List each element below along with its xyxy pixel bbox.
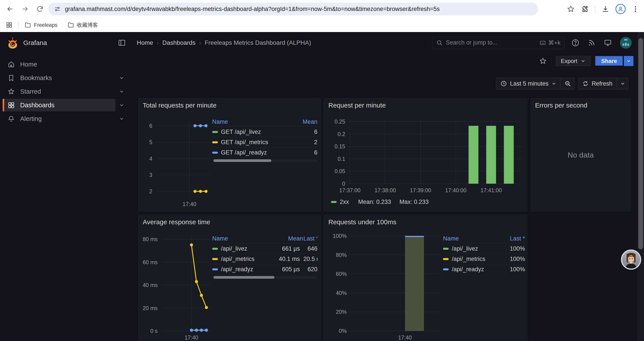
legend-col-mean[interactable]: Mean [284,119,318,125]
series-color-pill [212,258,218,260]
site-settings-icon[interactable] [54,6,61,13]
downloads-button[interactable] [602,5,609,13]
legend-row[interactable]: /api/_metrics 40.1 ms 20.5 ms [212,254,318,264]
browser-profile-button[interactable] [616,4,626,14]
share-menu-button[interactable] [624,56,634,66]
svg-text:2: 2 [149,188,152,194]
request-per-minute-chart[interactable]: 0.250.20.150.10.05017:37:0017:38:0017:39… [324,98,528,212]
chevron-down-icon [552,81,556,86]
export-label: Export [561,58,577,65]
svg-text:4: 4 [149,156,152,162]
sidebar-expand-alerting[interactable] [116,116,128,122]
series-name[interactable]: /api/_readyz [221,266,264,273]
sidebar-item-alerting[interactable]: Alerting [3,112,116,125]
svg-text:0.25: 0.25 [334,119,345,125]
legend-row[interactable]: /api/_readyz 605 µs 620 [212,264,318,274]
legend-col-last[interactable]: Last * [303,235,318,242]
sidebar-item-label: Starred [20,88,41,95]
search-shortcut-label: ⌘+k [548,39,560,46]
bookmark-star-button[interactable] [567,5,575,13]
mega-menu-toggle-button[interactable] [118,39,126,47]
zoom-out-time-button[interactable] [561,78,574,89]
svg-text:17:38:00: 17:38:00 [374,187,396,193]
sidebar-item-dashboards[interactable]: Dashboards [3,99,116,112]
legend-col-last[interactable]: Last * [501,235,525,242]
panel-title[interactable]: Errors per second [535,102,587,109]
series-mean-value: 605 µs [267,266,300,273]
series-name[interactable]: GET /api/_metrics [221,139,282,146]
series-name[interactable]: /api/_metrics [452,256,498,262]
series-last-value: 646 [303,245,318,252]
share-button[interactable]: Share [595,56,623,66]
legend-col-mean[interactable]: Mean [270,235,303,242]
assistant-avatar-widget[interactable] [621,249,641,270]
scrollbar-thumb[interactable] [214,276,274,279]
series-name[interactable]: GET /api/_livez [221,129,282,135]
grafana-logo[interactable] [6,37,19,49]
legend-row[interactable]: GET /api/_readyz 6 [212,147,318,158]
legend-row[interactable]: GET /api/_metrics 2 [212,137,318,147]
export-button[interactable]: Export [556,56,591,66]
time-range-picker[interactable]: Last 5 minutes [496,78,561,89]
favorite-dashboard-button[interactable] [539,57,547,65]
legend-row[interactable]: /api/_livez 100% [443,243,525,254]
folder-icon [24,22,31,28]
browser-forward-button[interactable] [20,5,29,14]
series-color-pill [212,248,218,250]
legend-row[interactable]: /api/_readyz 100% [443,264,525,274]
scrollbar-thumb[interactable] [214,159,271,162]
browser-menu-button[interactable] [632,5,639,13]
sidebar-expand-bookmarks[interactable] [116,75,128,81]
svg-text:6: 6 [149,123,152,129]
legend-row[interactable]: /api/_livez 661 µs 646 [212,243,318,254]
page-scrollbar[interactable] [638,32,644,341]
series-name[interactable]: /api/_metrics [221,256,264,262]
refresh-interval-button[interactable] [617,78,628,89]
series-mean-value: 6 [284,149,318,156]
series-name[interactable]: /api/_readyz [452,266,498,273]
browser-reload-button[interactable] [36,5,44,14]
breadcrumb-home[interactable]: Home [137,39,153,46]
bookmark-folder-blogs[interactable]: 收藏博客 [68,22,98,29]
dashboards-grid-icon [8,101,15,109]
apps-shortcut-button[interactable] [6,22,13,29]
extensions-button[interactable] [581,5,589,13]
refresh-button[interactable]: Refresh [578,78,617,89]
svg-text:20 ms: 20 ms [143,305,158,311]
breadcrumb-current-page: Freeleaps Metrics Dashboard (ALPHA) [205,39,311,46]
sidebar-item-starred[interactable]: Starred [3,85,116,98]
series-name[interactable]: /api/_livez [221,245,264,252]
series-name[interactable]: GET /api/_readyz [221,149,282,156]
series-name[interactable]: 2xx [340,199,349,205]
address-bar[interactable]: grafana.mathmast.com/d/deytv4rwavabkb/fr… [48,3,538,15]
legend-col-name[interactable]: Name [212,235,270,242]
scrollbar-thumb[interactable] [638,38,643,249]
search-input[interactable]: Search or jump to... ⌘+k [432,37,565,49]
sidebar-item-home[interactable]: Home [3,58,116,71]
user-avatar[interactable] [620,37,632,49]
sidebar-expand-dashboards[interactable] [116,102,128,108]
search-placeholder: Search or jump to... [446,39,498,46]
browser-back-button[interactable] [6,5,14,14]
help-button[interactable] [571,39,580,47]
news-button[interactable] [588,39,596,47]
legend-horizontal-scrollbar[interactable] [212,159,318,162]
legend-col-name[interactable]: Name [212,119,284,125]
sidebar-item-bookmarks[interactable]: Bookmarks [3,72,116,84]
display-button[interactable] [604,39,612,47]
series-mean-value: 40.1 ms [267,256,300,262]
bookmark-folder-freeleaps[interactable]: Freeleaps [24,22,58,28]
sidebar-expand-starred[interactable] [116,89,128,94]
time-controls: Last 5 minutes Refresh [496,78,629,90]
legend-row[interactable]: GET /api/_livez 6 [212,127,318,137]
series-name[interactable]: /api/_livez [452,245,498,252]
breadcrumb-dashboards[interactable]: Dashboards [162,39,196,46]
legend-horizontal-scrollbar[interactable] [212,276,318,279]
legend-col-name[interactable]: Name [443,235,501,242]
svg-text:100%: 100% [333,233,347,239]
series-last-value: 20.5 ms [303,256,318,262]
panel-average-response-time: Average response time 80 ms60 ms40 ms20 … [138,215,321,341]
svg-text:17:40: 17:40 [182,201,196,207]
breadcrumb-separator: › [157,39,159,47]
legend-row[interactable]: /api/_metrics 100% [443,254,525,264]
